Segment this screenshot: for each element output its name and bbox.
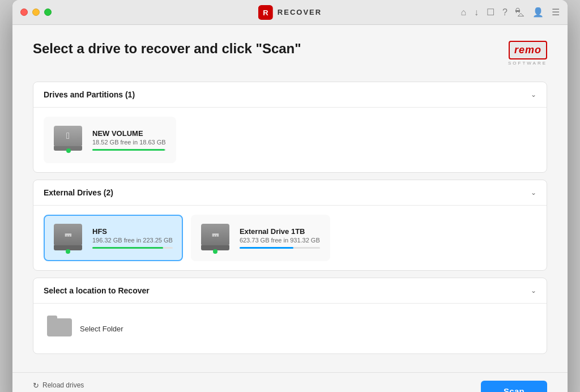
drive-info-hfs: HFS 196.32 GB free in 223.25 GB xyxy=(92,227,173,249)
menu-icon[interactable]: ☰ xyxy=(552,7,560,18)
bottom-bar: ↻ Reload drives ⊙ Can't find the drive? … xyxy=(12,372,568,392)
drive-name-hfs: HFS xyxy=(92,227,173,236)
remo-software-text: SOFTWARE xyxy=(508,61,547,66)
remo-logo: remo SOFTWARE xyxy=(508,41,547,66)
home-icon[interactable]: ⌂ xyxy=(460,7,466,18)
drive-icon-wrapper-hfs: ⎓ xyxy=(54,224,84,252)
reload-icon: ↻ xyxy=(33,381,39,390)
remo-logo-box: remo xyxy=(509,41,547,59)
external-drives-content: ⎓ HFS 196.32 GB free in 223.25 GB xyxy=(33,206,547,270)
external-drives-header[interactable]: External Drives (2) ⌄ xyxy=(33,180,547,206)
scan-button[interactable]: Scan xyxy=(481,381,547,392)
drive-bar-bg xyxy=(92,149,166,151)
external-drives-grid: ⎓ HFS 196.32 GB free in 223.25 GB xyxy=(44,215,536,261)
drive-status-dot-1tb xyxy=(213,249,218,254)
minimize-button[interactable] xyxy=(32,8,40,16)
remo-logo-text: remo xyxy=(514,44,541,56)
external-drives-chevron: ⌄ xyxy=(531,189,536,197)
folder-icon xyxy=(47,318,72,339)
drive-info-1tb: External Drive 1TB 623.73 GB free in 931… xyxy=(240,227,320,249)
usb-symbol-hfs: ⎓ xyxy=(65,228,71,241)
drive-bar-bg-hfs xyxy=(92,247,173,249)
drive-info-new-volume: NEW VOLUME 18.52 GB free in 18.63 GB xyxy=(92,129,166,151)
document-icon[interactable]: ☐ xyxy=(487,7,494,18)
mac-apple-symbol:  xyxy=(66,131,70,141)
drive-size-hfs: 196.32 GB free in 223.25 GB xyxy=(92,237,173,244)
traffic-lights xyxy=(20,8,52,16)
maximize-button[interactable] xyxy=(44,8,52,16)
drive-item-1tb[interactable]: ⎓ External Drive 1TB 623.73 GB free in 9… xyxy=(191,215,330,261)
drive-name-1tb: External Drive 1TB xyxy=(240,227,320,236)
select-location-chevron: ⌄ xyxy=(531,287,536,295)
drive-bar-fill xyxy=(92,149,165,151)
drive-bar-fill-1tb xyxy=(240,247,293,249)
drives-partitions-header[interactable]: Drives and Partitions (1) ⌄ xyxy=(33,82,547,108)
drive-status-dot-hfs xyxy=(66,249,70,254)
drive-bar-bg-1tb xyxy=(240,247,320,249)
drives-partitions-content:  NEW VOLUME 18.52 GB free in 18.63 GB xyxy=(33,108,547,172)
select-location-content: Select Folder xyxy=(33,304,547,353)
help-icon[interactable]: ? xyxy=(502,7,508,18)
title-bar-center: R RECOVER xyxy=(258,5,322,20)
main-content: Select a drive to recover and click "Sca… xyxy=(12,25,568,372)
user-icon[interactable]: 👤 xyxy=(532,7,544,18)
folder-body xyxy=(47,318,72,336)
svg-text:R: R xyxy=(263,8,268,16)
cart-icon[interactable]: ⛍ xyxy=(515,7,524,18)
drive-item-new-volume[interactable]:  NEW VOLUME 18.52 GB free in 18.63 GB xyxy=(44,117,176,163)
app-window: R RECOVER ⌂ ↓ ☐ ? ⛍ 👤 ☰ Select a drive t… xyxy=(12,0,568,392)
usb-symbol-1tb: ⎓ xyxy=(212,228,219,241)
drive-bar-fill-hfs xyxy=(92,247,163,249)
folder-label: Select Folder xyxy=(80,325,123,333)
drive-name-new-volume: NEW VOLUME xyxy=(92,129,166,138)
drives-partitions-section: Drives and Partitions (1) ⌄  xyxy=(33,82,547,173)
drive-item-hfs[interactable]: ⎓ HFS 196.32 GB free in 223.25 GB xyxy=(44,215,183,261)
close-button[interactable] xyxy=(20,8,28,16)
page-title: Select a drive to recover and click "Sca… xyxy=(33,41,301,57)
drives-partitions-title: Drives and Partitions (1) xyxy=(44,90,135,99)
drive-icon-wrapper-1tb: ⎓ xyxy=(201,224,232,252)
external-drives-title: External Drives (2) xyxy=(44,188,113,197)
bottom-left: ↻ Reload drives ⊙ Can't find the drive? xyxy=(33,381,103,393)
drive-size-1tb: 623.73 GB free in 931.32 GB xyxy=(240,237,320,244)
folder-item-select[interactable]: Select Folder xyxy=(44,313,536,344)
title-bar-actions: ⌂ ↓ ☐ ? ⛍ 👤 ☰ xyxy=(460,7,560,18)
app-title: RECOVER xyxy=(278,8,322,16)
app-logo-icon: R xyxy=(258,5,273,20)
drives-partitions-chevron: ⌄ xyxy=(531,91,536,99)
download-icon[interactable]: ↓ xyxy=(474,7,479,18)
drive-size-new-volume: 18.52 GB free in 18.63 GB xyxy=(92,139,166,146)
select-location-header[interactable]: Select a location to Recover ⌄ xyxy=(33,278,547,304)
select-location-title: Select a location to Recover xyxy=(44,286,150,295)
reload-drives-button[interactable]: ↻ Reload drives xyxy=(33,381,103,390)
select-location-section: Select a location to Recover ⌄ Select Fo… xyxy=(33,278,547,354)
drives-partitions-grid:  NEW VOLUME 18.52 GB free in 18.63 GB xyxy=(44,117,536,163)
drive-icon-wrapper:  xyxy=(54,126,84,154)
reload-drives-label: Reload drives xyxy=(42,381,84,389)
drive-status-dot-green xyxy=(66,148,71,153)
external-drives-section: External Drives (2) ⌄ ⎓ xyxy=(33,180,547,271)
title-bar: R RECOVER ⌂ ↓ ☐ ? ⛍ 👤 ☰ xyxy=(12,0,568,25)
page-header: Select a drive to recover and click "Sca… xyxy=(33,41,547,66)
